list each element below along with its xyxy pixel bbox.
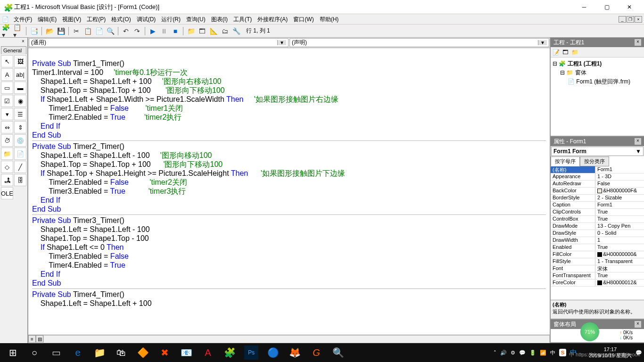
start-button[interactable]: ⊞ <box>2 343 24 362</box>
app-icon-3[interactable]: 📧 <box>175 343 197 362</box>
vb-icon[interactable]: 🧩 <box>219 343 240 362</box>
tool-checkbox[interactable]: ☑ <box>1 95 13 107</box>
tool-vscrollbar[interactable]: ⇕ <box>14 121 26 133</box>
property-row[interactable]: AutoRedrawFalse <box>551 181 644 188</box>
tool-data[interactable]: 🗄 <box>14 174 26 186</box>
form-layout-close[interactable]: × <box>635 321 641 328</box>
property-row[interactable]: DrawWidth1 <box>551 237 644 244</box>
copy-button[interactable]: 📋 <box>83 26 93 36</box>
object-dropdown[interactable]: (通用) ▼ <box>29 38 289 47</box>
properties-button[interactable]: 🗔 <box>197 26 207 36</box>
menu-editor-button[interactable]: 📑 <box>29 26 39 36</box>
tray-sogou-icon[interactable]: S <box>559 349 566 356</box>
mdi-restore[interactable]: ❐ <box>627 16 634 23</box>
tool-drivelistbox[interactable]: 💿 <box>14 134 26 147</box>
view-code-button[interactable]: 📝 <box>552 48 560 57</box>
full-module-view-button[interactable]: ▤ <box>36 335 43 343</box>
property-row[interactable]: BorderStyle2 - Sizable <box>551 195 644 202</box>
chrome-icon[interactable]: 🔵 <box>262 343 284 362</box>
project-explorer-button[interactable]: 📁 <box>186 26 196 36</box>
app-icon-1[interactable]: 🔶 <box>132 343 154 362</box>
menu-item[interactable]: 格式(O) <box>108 15 133 24</box>
menu-item[interactable]: 编辑(E) <box>35 15 59 24</box>
properties-grid[interactable]: (名称)Form1Appearance1 - 3DAutoRedrawFalse… <box>551 166 644 300</box>
tool-ole[interactable]: OLE <box>1 187 13 199</box>
paste-button[interactable]: 📄 <box>94 26 104 36</box>
property-row[interactable]: CaptionForm1 <box>551 202 644 209</box>
add-form-button[interactable]: 📋▾ <box>13 26 24 36</box>
tool-line[interactable]: ╱ <box>14 161 26 173</box>
properties-tab-alphabetic[interactable]: 按字母序 <box>551 156 580 166</box>
property-row[interactable]: FillStyle1 - Transparent <box>551 258 644 265</box>
tool-image[interactable]: 🏞 <box>1 174 13 186</box>
property-row[interactable]: (名称)Form1 <box>551 166 644 173</box>
properties-object-combo[interactable]: Form1 Form ▼ <box>551 147 644 156</box>
property-row[interactable]: FontTransparentTrue <box>551 272 644 280</box>
tree-folder-forms[interactable]: ⊟ 📁 窗体 <box>553 68 642 77</box>
menu-item[interactable]: 查询(U) <box>183 15 208 24</box>
property-row[interactable]: Font宋体 <box>551 265 644 272</box>
project-tree[interactable]: ⊟ 🧩 工程1 (工程1) ⊟ 📁 窗体 📄 Form1 (触壁回弹.frm) <box>551 58 644 136</box>
taskview-button[interactable]: ▭ <box>45 343 67 362</box>
mdi-minimize[interactable]: _ <box>619 16 626 23</box>
tray-icon-2[interactable]: 💬 <box>519 350 526 356</box>
property-row[interactable]: BackColor&H8000000F& <box>551 188 644 195</box>
toggle-folders-button[interactable]: 📁 <box>570 48 579 57</box>
property-row[interactable]: DrawMode13 - Copy Pen <box>551 223 644 230</box>
tool-hscrollbar[interactable]: ⇔ <box>1 121 13 133</box>
tool-textbox[interactable]: ab| <box>14 68 26 81</box>
save-button[interactable]: 💾 <box>56 26 66 36</box>
menu-item[interactable]: 图表(I) <box>208 15 231 24</box>
menu-item[interactable]: 文件(F) <box>11 15 35 24</box>
code-editor[interactable]: Private Sub Timer1_Timer() Timer1.Interv… <box>28 48 550 335</box>
menu-item[interactable]: 外接程序(A) <box>255 15 290 24</box>
close-button[interactable]: ✕ <box>619 2 640 12</box>
tool-label[interactable]: A <box>1 68 13 81</box>
horizontal-scrollbar[interactable] <box>43 335 550 343</box>
store-icon[interactable]: 🛍 <box>110 343 132 362</box>
toolbox-close[interactable]: × <box>20 39 26 45</box>
explorer-icon[interactable]: 📁 <box>89 343 110 362</box>
tool-dirlistbox[interactable]: 📁 <box>1 148 13 160</box>
photoshop-icon[interactable]: Ps <box>244 346 258 360</box>
find-button[interactable]: 🔍 <box>105 26 116 36</box>
menu-item[interactable]: 视图(V) <box>59 15 84 24</box>
tray-up-icon[interactable]: ˄ <box>494 350 496 356</box>
tray-wifi-icon[interactable]: 📶 <box>540 350 546 356</box>
tree-project-root[interactable]: ⊟ 🧩 工程1 (工程1) <box>553 59 642 68</box>
form-layout-button[interactable]: 📐 <box>208 26 219 36</box>
property-row[interactable]: ForeColor&H80000012& <box>551 280 644 287</box>
menu-item[interactable]: 调试(D) <box>134 15 159 24</box>
menu-item[interactable]: 运行(R) <box>158 15 183 24</box>
pause-button[interactable]: ⏸ <box>159 26 169 36</box>
property-row[interactable]: ClipControlsTrue <box>551 209 644 216</box>
redo-button[interactable]: ↷ <box>132 26 142 36</box>
tray-battery-icon[interactable]: 🔋 <box>529 350 536 356</box>
tray-volume-icon[interactable]: 🔊 <box>500 350 507 356</box>
property-row[interactable]: DrawStyle0 - Solid <box>551 230 644 237</box>
property-row[interactable]: FillColor&H00000000& <box>551 251 644 258</box>
search-icon[interactable]: 🔍 <box>327 343 349 362</box>
tray-ime-indicator[interactable]: 中 <box>550 349 555 356</box>
procedure-dropdown[interactable]: (声明) ▼ <box>289 38 549 47</box>
stop-button[interactable]: ■ <box>170 26 181 36</box>
adobe-reader-icon[interactable]: A <box>197 343 219 362</box>
object-browser-button[interactable]: 🗂 <box>220 26 230 36</box>
mdi-close[interactable]: × <box>635 16 642 23</box>
tree-form1[interactable]: 📄 Form1 (触壁回弹.frm) <box>553 77 642 86</box>
open-button[interactable]: 📂 <box>44 26 55 36</box>
tool-optionbutton[interactable]: ◉ <box>14 95 26 107</box>
properties-panel-close[interactable]: × <box>635 138 641 145</box>
undo-button[interactable]: ↶ <box>121 26 131 36</box>
tool-pointer[interactable]: ↖ <box>1 55 13 67</box>
tool-timer[interactable]: ⏱ <box>1 134 13 147</box>
edge-icon[interactable]: e <box>67 343 89 362</box>
app-icon-2[interactable]: ✖ <box>154 343 175 362</box>
cortana-button[interactable]: ○ <box>24 343 45 362</box>
view-object-button[interactable]: 🗔 <box>561 48 570 57</box>
tray-icon-1[interactable]: ⚙ <box>511 350 515 356</box>
maximize-button[interactable]: ▢ <box>596 2 618 12</box>
cut-button[interactable]: ✂ <box>71 26 82 36</box>
tool-picturebox[interactable]: 🖼 <box>14 55 26 67</box>
project-panel-close[interactable]: × <box>635 39 641 46</box>
